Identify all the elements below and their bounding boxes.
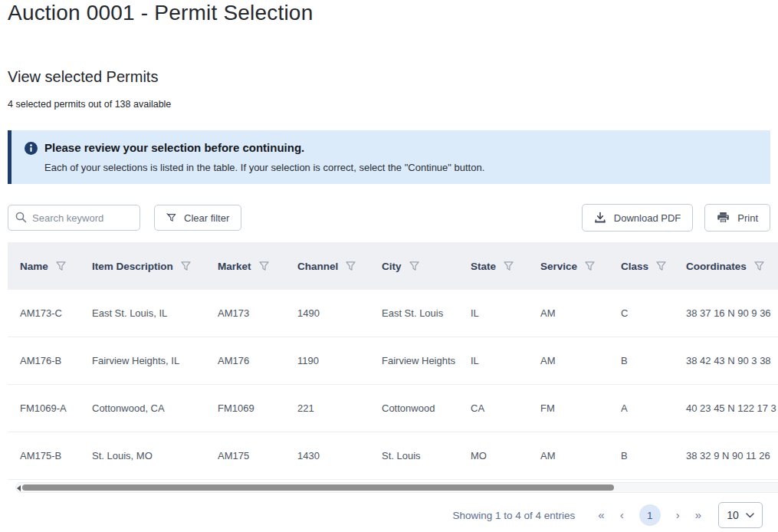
print-icon [717, 212, 730, 224]
cell-class: A [621, 402, 686, 414]
table-row: AM176-B Fairview Heights, IL AM176 1190 … [8, 337, 778, 385]
permit-selection-page: Auction 0001 - Permit Selection View sel… [0, 0, 778, 528]
filter-icon[interactable] [504, 261, 514, 271]
cell-item-description: East St. Louis, IL [92, 307, 218, 319]
cell-name: AM175-B [20, 450, 92, 461]
cell-class: B [621, 355, 686, 366]
table-row: FM1069-A Cottonwood, CA FM1069 221 Cotto… [8, 385, 778, 432]
review-info-banner: Please review your selection before cont… [8, 130, 770, 184]
column-header-item-description: Item Description [92, 261, 218, 272]
cell-service: AM [540, 307, 621, 319]
permits-table: Name Item Description Market Channel Cit… [8, 242, 778, 480]
filter-icon[interactable] [346, 261, 356, 271]
section-title: View selected Permits [8, 67, 770, 86]
banner-title: Please review your selection before cont… [44, 140, 304, 156]
column-header-market: Market [218, 261, 297, 272]
table-header-row: Name Item Description Market Channel Cit… [8, 242, 778, 290]
filter-icon[interactable] [259, 261, 269, 271]
scroll-left-arrow-icon[interactable] [17, 485, 21, 491]
download-pdf-label: Download PDF [614, 212, 681, 224]
filter-icon[interactable] [56, 261, 66, 271]
cell-state: MO [471, 450, 540, 461]
entries-summary: Showing 1 to 4 of 4 entries [452, 510, 575, 521]
cell-service: FM [540, 402, 621, 414]
cell-class: C [621, 307, 686, 319]
download-icon [594, 212, 606, 224]
column-header-city: City [382, 261, 471, 272]
cell-state: IL [471, 307, 540, 319]
cell-coordinates: 40 23 45 N 122 17 3 [686, 402, 778, 414]
cell-city: East St. Louis [382, 307, 471, 319]
filter-icon[interactable] [754, 261, 764, 271]
horizontal-scrollbar[interactable] [15, 482, 778, 493]
cell-market: AM173 [218, 307, 297, 319]
cell-item-description: Cottonwood, CA [92, 402, 218, 414]
clear-filter-button[interactable]: Clear filter [154, 205, 241, 231]
filter-icon[interactable] [585, 261, 595, 271]
cell-city: Cottonwood [382, 402, 471, 414]
filter-icon[interactable] [181, 261, 191, 271]
cell-channel: 221 [297, 402, 382, 414]
selection-summary: 4 selected permits out of 138 available [8, 98, 770, 110]
first-page-button[interactable]: « [598, 504, 604, 526]
column-header-class: Class [621, 261, 686, 272]
column-header-service: Service [540, 261, 621, 272]
search-icon [15, 211, 28, 224]
column-header-name: Name [20, 261, 92, 272]
table-row: AM175-B St. Louis, MO AM175 1430 St. Lou… [8, 432, 778, 480]
cell-state: CA [471, 402, 540, 414]
next-page-button[interactable]: › [676, 504, 680, 526]
column-header-channel: Channel [297, 261, 382, 272]
cell-channel: 1430 [297, 450, 382, 461]
table-row: AM173-C East St. Louis, IL AM173 1490 Ea… [8, 290, 778, 337]
cell-city: St. Louis [382, 450, 471, 461]
cell-service: AM [540, 450, 621, 461]
info-icon [25, 142, 38, 155]
last-page-button[interactable]: » [695, 504, 701, 526]
cell-item-description: St. Louis, MO [92, 450, 218, 461]
cell-service: AM [540, 355, 621, 366]
funnel-slash-icon [166, 212, 176, 223]
chevron-down-icon [746, 513, 754, 518]
banner-body: Each of your selections is listed in the… [44, 161, 758, 175]
filter-icon[interactable] [409, 261, 419, 271]
cell-name: FM1069-A [20, 402, 92, 414]
print-button[interactable]: Print [704, 204, 770, 232]
cell-name: AM173-C [20, 307, 92, 319]
cell-market: AM176 [218, 355, 297, 366]
cell-state: IL [471, 355, 540, 366]
cell-item-description: Fairview Heights, IL [92, 355, 218, 366]
clear-filter-label: Clear filter [184, 212, 229, 224]
page-title: Auction 0001 - Permit Selection [8, 0, 770, 26]
column-header-state: State [471, 261, 540, 272]
cell-channel: 1490 [297, 307, 382, 319]
scrollbar-thumb[interactable] [22, 484, 614, 491]
pagination-bar: Showing 1 to 4 of 4 entries « ‹ 1 › » 10 [8, 502, 770, 528]
page-size-select[interactable]: 10 [718, 502, 763, 528]
prev-page-button[interactable]: ‹ [620, 504, 624, 526]
cell-coordinates: 38 37 16 N 90 9 36 [686, 307, 778, 319]
filter-icon[interactable] [656, 261, 666, 271]
cell-market: FM1069 [218, 402, 297, 414]
table-toolbar: Clear filter Download PDF Print [8, 204, 770, 232]
cell-class: B [621, 450, 686, 461]
column-header-coordinates: Coordinates [686, 261, 778, 272]
cell-name: AM176-B [20, 355, 92, 366]
search-box [8, 205, 140, 231]
cell-market: AM175 [218, 450, 297, 461]
cell-city: Fairview Heights [382, 355, 471, 366]
cell-coordinates: 38 42 43 N 90 3 38 [686, 355, 778, 366]
page-size-value: 10 [727, 509, 739, 521]
cell-coordinates: 38 32 9 N 90 11 26 [686, 450, 778, 461]
cell-channel: 1190 [297, 355, 382, 366]
download-pdf-button[interactable]: Download PDF [582, 204, 693, 232]
print-label: Print [737, 212, 758, 224]
page-number-button[interactable]: 1 [639, 504, 661, 526]
